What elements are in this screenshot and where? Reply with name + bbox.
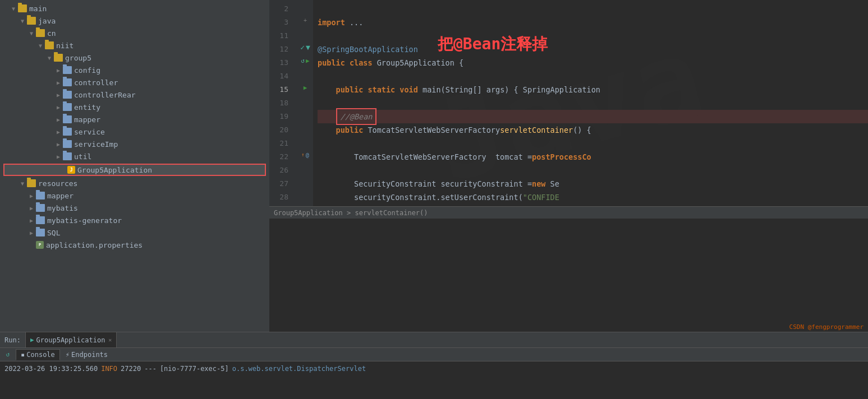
bottom-tabs: Run: ▶ Group5Application ✕ <box>0 332 868 348</box>
sidebar-item-application-properties[interactable]: P application.properties <box>0 239 269 251</box>
breadcrumb-text: Group5Application > servletContainer() <box>274 209 428 217</box>
code-editor-wrapper: Java 把@Bean注释掉 2 3 11 12 13 14 15 18 19 … <box>269 0 868 332</box>
tab-close-icon[interactable]: ✕ <box>108 337 112 343</box>
bottom-toolbar: ↺ ▪ Console ⚡ Endpoints <box>0 348 868 361</box>
code-line-22: TomcatServletWebServerFactory tomcat = p… <box>318 150 868 164</box>
log-level: INFO <box>101 364 117 374</box>
code-line-21 <box>318 137 868 150</box>
arrow-icon: ▶ <box>27 217 36 224</box>
keyword-void: void <box>399 83 418 96</box>
arrow-icon: ▶ <box>54 67 63 73</box>
sidebar-item-group5[interactable]: ▼ group5 <box>0 52 269 64</box>
sidebar-item-label: service <box>74 128 105 136</box>
breadcrumb-bar: Group5Application > servletContainer() <box>269 206 868 219</box>
run-play-icon[interactable]: ▶ <box>306 57 310 64</box>
code-text: SecurityConstraint securityConstraint = <box>354 177 532 191</box>
folder-icon <box>36 229 45 236</box>
line-num-3: 3 <box>269 16 293 29</box>
sidebar-item-cn[interactable]: ▼ cn <box>0 27 269 39</box>
endpoints-tab[interactable]: ⚡ Endpoints <box>61 349 112 360</box>
line-num-27: 27 <box>269 177 293 191</box>
gutter-line-27 <box>297 175 313 188</box>
sidebar-item-controllerrear[interactable]: ▶ controllerRear <box>0 89 269 101</box>
sidebar-item-serviceimp[interactable]: ▶ serviceImp <box>0 138 269 150</box>
sidebar-item-label: mybatis <box>47 204 78 212</box>
sidebar-item-label: config <box>74 66 100 75</box>
reload-icon[interactable]: ↺ <box>301 57 305 64</box>
arrow-icon: ▶ <box>54 141 63 147</box>
run-label: Run: <box>0 332 26 347</box>
code-indent-22 <box>318 150 354 164</box>
sidebar-item-sql[interactable]: ▶ SQL <box>0 226 269 239</box>
sidebar-item-mapper2[interactable]: ▶ mapper <box>0 189 269 202</box>
arrow-icon: ▶ <box>54 154 63 160</box>
keyword-public-15: public <box>336 83 364 96</box>
code-line-3: import ... <box>318 16 868 29</box>
code-text: ... <box>345 16 364 29</box>
keyword-static: static <box>368 83 395 96</box>
folder-icon <box>45 41 54 49</box>
refresh-toolbar-btn[interactable]: ↺ <box>3 350 12 359</box>
gutter-line-13: ↺ ▶ <box>297 54 313 67</box>
sidebar-item-group5application[interactable]: J Group5Application <box>3 164 266 176</box>
sidebar-item-mapper[interactable]: ▶ mapper <box>0 113 269 126</box>
sidebar-item-mybatis[interactable]: ▶ mybatis <box>0 202 269 214</box>
sidebar-item-controller[interactable]: ▶ controller <box>0 76 269 89</box>
gutter-line-14 <box>297 67 313 81</box>
sidebar-item-entity[interactable]: ▶ entity <box>0 101 269 113</box>
string-confide: "CONFIDE <box>523 191 559 204</box>
code-content[interactable]: import ... @SpringBootApplication public… <box>313 0 868 206</box>
log-date: 2022-03-26 19:33:25.560 <box>4 364 98 374</box>
sidebar-item-main[interactable]: ▼ main <box>0 2 269 15</box>
run-icon[interactable]: ▼ <box>306 43 310 52</box>
folder-icon <box>54 54 63 62</box>
sidebar-item-niit[interactable]: ▼ niit <box>0 39 269 52</box>
console-label: Console <box>26 351 55 359</box>
arrow-icon: ▶ <box>54 80 63 86</box>
log-pid: 27220 <box>121 364 141 374</box>
arrow-icon: ▼ <box>18 18 27 24</box>
sidebar-item-label: util <box>74 152 91 161</box>
sidebar-item-util[interactable]: ▶ util <box>0 150 269 163</box>
line-num-13: 13 <box>269 56 293 69</box>
folder-icon <box>63 91 72 99</box>
console-icon: ▪ <box>21 351 25 359</box>
folder-icon <box>36 216 45 224</box>
at-icon: @ <box>306 152 309 158</box>
run-play-icon-15[interactable]: ▶ <box>304 84 307 91</box>
line-num-14: 14 <box>269 69 293 83</box>
debug-icon[interactable]: ✓ <box>300 43 305 52</box>
sidebar-item-label: SQL <box>47 229 60 237</box>
arrow-icon: ▶ <box>54 117 63 123</box>
sidebar-item-resources[interactable]: ▼ resources <box>0 177 269 189</box>
gutter-line-15: ▶ <box>297 81 313 94</box>
folder-icon <box>36 204 45 212</box>
code-editor[interactable]: Java 把@Bean注释掉 2 3 11 12 13 14 15 18 19 … <box>269 0 868 219</box>
code-text: main(String[] args) { SpringApplication <box>418 83 600 96</box>
keyword-import: import <box>318 16 345 29</box>
sidebar-item-java[interactable]: ▼ java <box>0 15 269 27</box>
sidebar-item-config[interactable]: ▶ config <box>0 64 269 76</box>
run-app-tab[interactable]: ▶ Group5Application ✕ <box>26 332 117 347</box>
log-thread: [nio-7777-exec-5] <box>160 364 229 374</box>
sidebar-item-label: controller <box>74 78 118 87</box>
line-num-12: 12 <box>269 43 293 56</box>
annotation-springboot: @SpringBootApplication <box>318 43 418 56</box>
sidebar-item-label: resources <box>38 179 77 188</box>
sidebar-item-mybatis-generator[interactable]: ▶ mybatis-generator <box>0 214 269 226</box>
run-app-label: Group5Application <box>36 336 105 344</box>
log-separator: --- <box>144 364 157 374</box>
folder-icon <box>27 17 36 25</box>
sidebar-item-service[interactable]: ▶ service <box>0 126 269 138</box>
arrow-icon: ▶ <box>27 230 36 236</box>
sidebar-item-label: mapper <box>74 115 100 124</box>
folder-icon <box>27 179 36 187</box>
java-file-icon: J <box>67 166 75 174</box>
code-line-11 <box>318 29 868 43</box>
folder-icon <box>36 192 45 200</box>
code-text: TomcatServletWebServerFactory <box>363 123 500 137</box>
code-line-27: SecurityConstraint securityConstraint = … <box>318 177 868 191</box>
console-tab[interactable]: ▪ Console <box>16 349 60 360</box>
folder-icon <box>18 4 27 12</box>
endpoints-icon: ⚡ <box>66 351 70 359</box>
